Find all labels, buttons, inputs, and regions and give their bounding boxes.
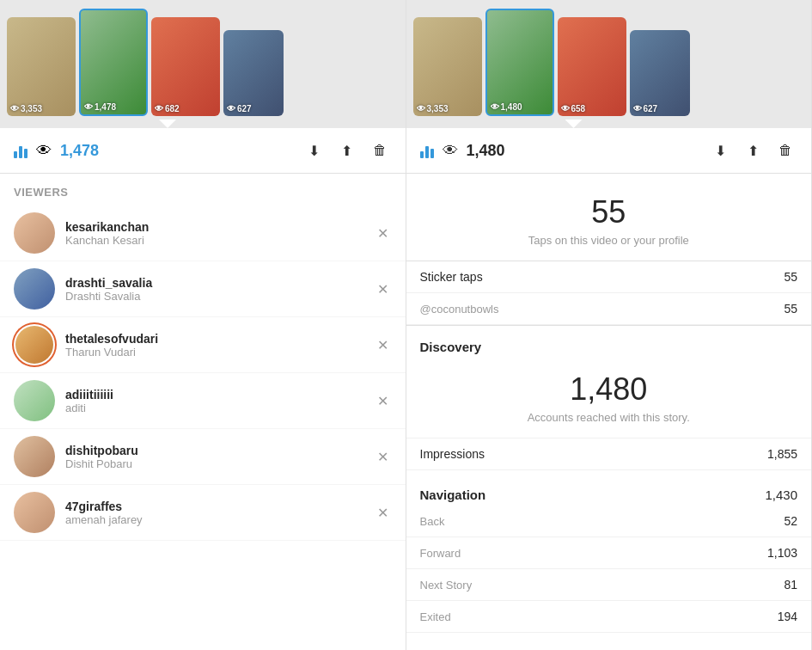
bar-chart-icon[interactable]	[14, 143, 27, 158]
discovery-big: 1,480 Accounts reached with this story.	[406, 358, 812, 438]
eye-icon-main: 👁	[36, 142, 52, 160]
username-4: adiiitiiiiii	[65, 388, 363, 402]
avatar-6	[14, 492, 55, 533]
share-button-right[interactable]: ⬆	[741, 138, 765, 162]
discovery-number: 1,480	[420, 371, 798, 408]
eye-icon-right: 👁	[443, 142, 458, 160]
stats-bar-right: 👁 1,480 ⬇ ⬆ 🗑	[406, 128, 812, 174]
name-5: Dishit Pobaru	[65, 457, 363, 470]
viewer-item-2: drashti_savalia Drashti Savalia ✕	[0, 261, 406, 317]
story-thumb-3[interactable]: 👁 682	[151, 17, 220, 116]
stats-bar-left: 👁 1,478 ⬇ ⬆ 🗑	[0, 128, 406, 174]
eye-icon-rt4: 👁	[633, 104, 642, 113]
eye-icon-rt3: 👁	[561, 104, 570, 113]
eye-icon-rt2: 👁	[491, 102, 499, 112]
taps-subtitle: Taps on this video or your profile	[420, 234, 798, 247]
remove-btn-4[interactable]: ✕	[374, 389, 392, 413]
eye-icon-t4: 👁	[227, 104, 235, 113]
bar-chart-icon-right[interactable]	[420, 143, 434, 158]
download-button-right[interactable]: ⬇	[708, 138, 732, 162]
eye-icon-t2: 👁	[84, 102, 93, 112]
name-3: Tharun Vudari	[65, 346, 363, 359]
eye-icon-t3: 👁	[155, 104, 163, 113]
viewer-item-1: kesarikanchan Kanchan Kesari ✕	[0, 205, 406, 261]
viewer-count: 1,478	[60, 142, 294, 160]
thumb-count-r1: 3,353	[427, 104, 449, 113]
story-strip-right: 👁 3,353 👁 1,480 👁 658 👁 627	[406, 0, 812, 128]
exited-label: Exited	[420, 610, 451, 623]
discovery-header: Discovery	[406, 326, 812, 358]
viewer-count-right: 1,480	[467, 142, 700, 160]
left-panel: 👁 3,353 👁 1,478 👁 682 👁 627	[0, 0, 406, 650]
username-1: kesarikanchan	[65, 220, 363, 234]
viewers-header: VIEWERS	[0, 174, 406, 205]
sticker-taps-row: Sticker taps 55	[406, 261, 812, 293]
viewer-info-2: drashti_savalia Drashti Savalia	[65, 276, 363, 303]
thumb-count-1: 3,353	[21, 104, 42, 113]
story-thumb-r4[interactable]: 👁 627	[630, 30, 690, 116]
remove-btn-1[interactable]: ✕	[374, 222, 392, 245]
coconutbowls-label: @coconutbowls	[420, 303, 499, 316]
eye-icon-t1: 👁	[10, 104, 19, 113]
thumb-count-r4: 627	[644, 104, 658, 113]
name-2: Drashti Savalia	[65, 290, 363, 303]
story-thumb-r1[interactable]: 👁 3,353	[413, 17, 482, 116]
next-story-row: Next Story 81	[406, 569, 812, 601]
remove-btn-3[interactable]: ✕	[374, 334, 392, 357]
story-thumb-2[interactable]: 👁 1,478	[79, 9, 148, 116]
avatar-2	[14, 268, 55, 310]
viewer-info-4: adiiitiiiiii aditi	[65, 388, 363, 414]
back-label: Back	[420, 515, 445, 528]
story-thumb-4[interactable]: 👁 627	[223, 30, 284, 116]
avatar-3	[14, 324, 55, 365]
thumb-count-2: 1,478	[95, 102, 116, 112]
impressions-label: Impressions	[420, 447, 485, 461]
remove-btn-6[interactable]: ✕	[374, 501, 392, 524]
username-6: 47giraffes	[65, 500, 363, 513]
sticker-taps-label: Sticker taps	[420, 270, 483, 284]
name-6: amenah jafarey	[65, 513, 363, 526]
thumb-count-4: 627	[237, 104, 252, 113]
username-2: drashti_savalia	[65, 276, 363, 290]
name-1: Kanchan Kesari	[65, 234, 363, 247]
remove-btn-2[interactable]: ✕	[374, 278, 392, 301]
viewer-item-4: adiiitiiiiii aditi ✕	[0, 373, 406, 429]
avatar-4	[14, 380, 55, 421]
remove-btn-5[interactable]: ✕	[374, 445, 392, 469]
right-panel: 👁 3,353 👁 1,480 👁 658 👁 627	[406, 0, 813, 650]
forward-label: Forward	[420, 547, 461, 560]
avatar-1	[14, 212, 55, 254]
spacer	[406, 470, 812, 477]
delete-button[interactable]: 🗑	[368, 138, 392, 162]
discovery-subtitle: Accounts reached with this story.	[420, 411, 798, 424]
story-thumb-1[interactable]: 👁 3,353	[7, 17, 76, 116]
insights-content: 55 Taps on this video or your profile St…	[406, 174, 812, 650]
viewer-info-3: thetalesofvudari Tharun Vudari	[65, 332, 363, 359]
next-story-label: Next Story	[420, 579, 473, 592]
forward-value: 1,103	[767, 546, 797, 560]
viewer-info-6: 47giraffes amenah jafarey	[65, 500, 363, 526]
viewer-item-3: thetalesofvudari Tharun Vudari ✕	[0, 317, 406, 373]
eye-icon-rt1: 👁	[417, 104, 425, 113]
exited-row: Exited 194	[406, 601, 812, 633]
taps-big-number: 55	[420, 194, 798, 230]
impressions-value: 1,855	[767, 447, 797, 461]
impressions-row: Impressions 1,855	[406, 438, 812, 470]
story-thumb-r3[interactable]: 👁 658	[558, 17, 626, 116]
sticker-taps-value: 55	[784, 270, 797, 284]
viewer-list: kesarikanchan Kanchan Kesari ✕ drashti_s…	[0, 205, 406, 650]
share-button[interactable]: ⬆	[335, 138, 359, 162]
viewer-info-1: kesarikanchan Kanchan Kesari	[65, 220, 363, 247]
story-thumb-r2[interactable]: 👁 1,480	[485, 9, 554, 116]
back-value: 52	[784, 514, 797, 528]
navigation-header: Navigation 1,430	[406, 477, 812, 506]
navigation-total: 1,430	[765, 488, 797, 502]
username-5: dishitpobaru	[65, 444, 363, 457]
thumb-count-3: 682	[165, 104, 180, 113]
exited-value: 194	[778, 610, 797, 623]
delete-button-right[interactable]: 🗑	[773, 138, 797, 162]
download-button[interactable]: ⬇	[302, 138, 327, 162]
viewer-info-5: dishitpobaru Dishit Pobaru	[65, 444, 363, 470]
back-row: Back 52	[406, 506, 812, 537]
navigation-label: Navigation	[420, 488, 486, 502]
